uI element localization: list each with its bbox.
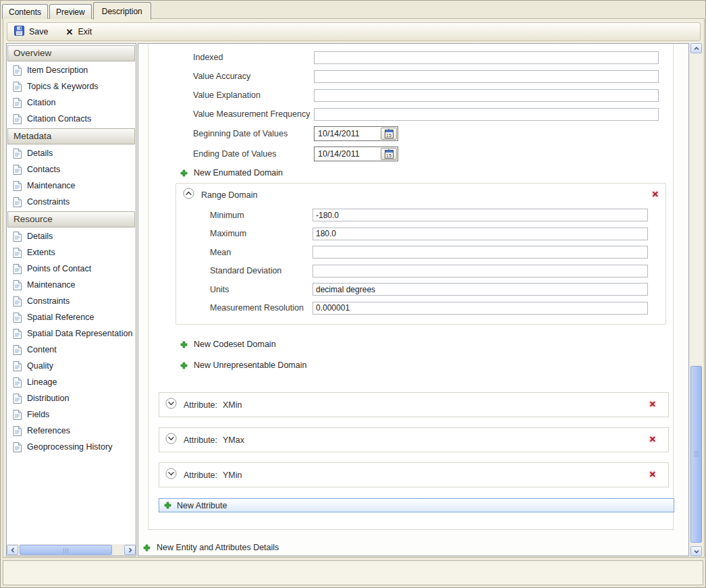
sidebar-item-label: Fields <box>27 410 49 419</box>
scroll-up-button[interactable] <box>690 43 702 53</box>
sidebar-item-resource-details[interactable]: Details <box>7 228 136 244</box>
sidebar-section-metadata: Metadata <box>7 128 135 144</box>
plus-icon <box>180 169 188 177</box>
new-entity-details-link[interactable]: New Entity and Attributes Details <box>143 539 688 556</box>
sidebar-item-metadata-contacts[interactable]: Contacts <box>7 161 136 178</box>
sidebar-item-resource-maintenance[interactable]: Maintenance <box>7 277 136 293</box>
form-row-value-explanation: Value Explanation <box>148 86 673 105</box>
sidebar-item-label: Topics & Keywords <box>27 82 99 91</box>
expand-button[interactable] <box>165 468 177 482</box>
expand-button[interactable] <box>165 433 177 447</box>
attribute-name: YMin <box>223 471 649 480</box>
chevron-down-icon <box>694 549 699 554</box>
tab-description[interactable]: Description <box>93 2 151 20</box>
value-explanation-input[interactable] <box>314 89 659 102</box>
ending-date-value[interactable]: 10/14/2011 <box>315 149 381 159</box>
new-attribute-button[interactable]: New Attribute <box>159 498 674 512</box>
sidebar-item-metadata-maintenance[interactable]: Maintenance <box>7 178 136 194</box>
minimum-input[interactable] <box>313 209 648 221</box>
sidebar-item-content[interactable]: Content <box>7 342 136 358</box>
beginning-date-value[interactable]: 10/14/2011 <box>315 129 381 138</box>
chevron-down-circle-icon <box>165 468 177 479</box>
indexed-input[interactable] <box>314 51 659 64</box>
plus-icon <box>164 502 171 509</box>
sidebar-item-citation-contacts[interactable]: Citation Contacts <box>7 111 136 127</box>
mean-input[interactable] <box>313 246 648 259</box>
scroll-left-button[interactable] <box>7 545 18 555</box>
sidebar-item-topics-keywords[interactable]: Topics & Keywords <box>7 78 136 95</box>
form-row-beginning-date: Beginning Date of Values 10/14/2011 15 <box>148 124 673 144</box>
collapse-button[interactable] <box>183 188 194 202</box>
measurement-resolution-input[interactable] <box>313 302 648 315</box>
add-link-label: New Codeset Domain <box>194 340 276 349</box>
document-page-icon <box>13 345 22 355</box>
add-link-label: New Unrepresentable Domain <box>194 360 306 370</box>
sidebar-item-metadata-constraints[interactable]: Constraints <box>7 194 136 210</box>
new-unrepresentable-domain-link[interactable]: New Unrepresentable Domain <box>180 356 673 374</box>
maximum-input[interactable] <box>313 228 648 240</box>
sidebar-item-label: Points of Contact <box>27 264 91 273</box>
new-enumerated-domain-link[interactable]: New Enumated Domain <box>180 164 673 182</box>
value-accuracy-input[interactable] <box>314 70 659 83</box>
metadata-nav-sidebar: Overview Item Description Topics & Keywo… <box>6 43 136 556</box>
sidebar-item-label: References <box>27 426 70 435</box>
scrollbar-thumb[interactable] <box>20 545 112 555</box>
calendar-icon: 15 <box>385 130 393 138</box>
document-page-icon <box>13 296 22 306</box>
add-link-label: New Enumated Domain <box>194 168 283 178</box>
units-input[interactable] <box>313 283 648 296</box>
sidebar-item-extents[interactable]: Extents <box>7 244 136 261</box>
field-label: Mean <box>210 248 313 257</box>
sidebar-item-spatial-reference[interactable]: Spatial Reference <box>7 309 136 325</box>
sidebar-item-references[interactable]: References <box>7 423 136 439</box>
attribute-row-ymax[interactable]: Attribute: YMax ✕ <box>159 427 669 452</box>
sidebar-horizontal-scrollbar[interactable] <box>7 544 136 556</box>
save-button[interactable]: Save <box>14 26 49 38</box>
sidebar-item-spatial-data-representation[interactable]: Spatial Data Representation <box>7 325 136 342</box>
sidebar-item-distribution[interactable]: Distribution <box>7 390 136 406</box>
tab-strip: Contents Preview Description <box>2 1 153 18</box>
sidebar-item-item-description[interactable]: Item Description <box>7 62 136 78</box>
field-label: Measurement Resolution <box>210 303 313 313</box>
scroll-down-button[interactable] <box>690 546 702 556</box>
standard-deviation-input[interactable] <box>313 265 648 277</box>
delete-attribute-button[interactable]: ✕ <box>649 471 656 479</box>
attribute-name: XMin <box>223 400 649 410</box>
scrollbar-thumb[interactable] <box>690 366 702 543</box>
sidebar-item-resource-constraints[interactable]: Constraints <box>7 293 136 309</box>
document-page-icon <box>13 165 22 175</box>
sidebar-item-fields[interactable]: Fields <box>7 406 136 423</box>
calendar-button[interactable]: 15 <box>381 128 397 140</box>
attribute-name: YMax <box>223 435 649 445</box>
exit-button[interactable]: ✕ Exit <box>66 27 92 37</box>
value-measurement-frequency-input[interactable] <box>314 108 659 121</box>
new-codeset-domain-link[interactable]: New Codeset Domain <box>180 336 673 353</box>
floppy-disk-icon <box>14 26 24 38</box>
form-row-maximum: Maximum <box>176 225 666 244</box>
content-vertical-scrollbar[interactable] <box>690 43 702 556</box>
expand-button[interactable] <box>165 398 177 412</box>
tab-preview[interactable]: Preview <box>49 4 92 19</box>
attribute-row-ymin[interactable]: Attribute: YMin ✕ <box>159 462 669 487</box>
attribute-row-xmin[interactable]: Attribute: XMin ✕ <box>159 392 669 417</box>
sidebar-item-metadata-details[interactable]: Details <box>7 145 136 161</box>
scroll-right-button[interactable] <box>124 545 136 555</box>
document-page-icon <box>13 410 22 420</box>
tab-contents[interactable]: Contents <box>2 4 48 19</box>
attributes-list: Attribute: XMin ✕ Attribute: YMax ✕ <box>148 392 673 487</box>
chevron-down-circle-icon <box>165 433 177 444</box>
sidebar-item-label: Constraints <box>27 296 70 306</box>
sidebar-item-quality[interactable]: Quality <box>7 358 136 374</box>
delete-range-domain-button[interactable]: ✕ <box>652 190 659 199</box>
sidebar-item-points-of-contact[interactable]: Points of Contact <box>7 261 136 277</box>
sidebar-item-geoprocessing-history[interactable]: Geoprocessing History <box>7 439 136 455</box>
tab-description-label: Description <box>102 7 142 16</box>
chevron-down-circle-icon <box>165 398 177 409</box>
delete-attribute-button[interactable]: ✕ <box>649 435 656 444</box>
document-page-icon <box>13 114 22 124</box>
field-label: Units <box>210 285 313 294</box>
delete-attribute-button[interactable]: ✕ <box>649 400 656 409</box>
sidebar-item-lineage[interactable]: Lineage <box>7 374 136 390</box>
sidebar-item-citation[interactable]: Citation <box>7 95 136 111</box>
calendar-button[interactable]: 15 <box>381 148 397 160</box>
